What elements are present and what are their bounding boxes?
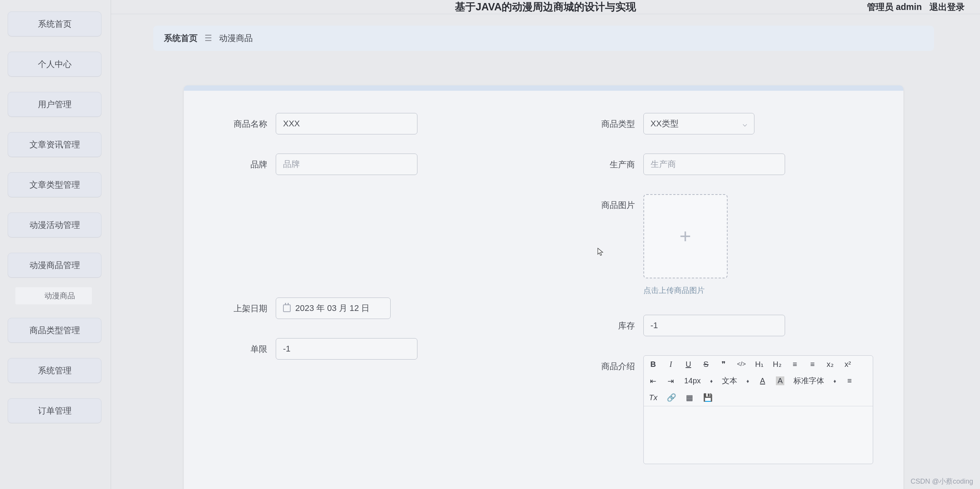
bg-color-icon[interactable]: A (776, 376, 784, 385)
image-icon[interactable]: ▦ (686, 393, 694, 402)
sidebar-item-label: 文章类型管理 (29, 179, 80, 191)
sidebar-item-label: 系统首页 (38, 18, 72, 30)
manufacturer-label: 生产商 (567, 154, 643, 170)
sidebar-item-articles[interactable]: 文章资讯管理 (8, 132, 101, 157)
description-label: 商品介绍 (567, 355, 643, 372)
product-name-input[interactable] (276, 113, 417, 134)
single-limit-input[interactable] (276, 338, 417, 360)
product-type-value: XX类型 (651, 118, 679, 129)
caret-icon: ♦ (710, 378, 713, 384)
subscript-icon[interactable]: x₂ (826, 360, 834, 369)
strike-icon[interactable]: S (702, 360, 710, 369)
sidebar-item-system[interactable]: 系统管理 (8, 358, 101, 383)
breadcrumb-separator-icon: ☰ (205, 33, 212, 43)
italic-icon[interactable]: I (667, 360, 675, 369)
superscript-icon[interactable]: x² (844, 360, 852, 369)
link-icon[interactable]: 🔗 (667, 393, 676, 402)
bold-icon[interactable]: B (649, 360, 658, 369)
unordered-list-icon[interactable]: ≡ (808, 360, 817, 369)
save-icon[interactable]: 💾 (703, 393, 713, 402)
sidebar-item-orders[interactable]: 订单管理 (8, 398, 101, 423)
sidebar: 系统首页 个人中心 用户管理 文章资讯管理 文章类型管理 动漫活动管理 动漫商品… (0, 0, 111, 489)
sidebar-item-label: 文章资讯管理 (29, 139, 80, 150)
product-name-label: 商品名称 (199, 113, 276, 130)
sidebar-sub-label: 动漫商品 (44, 291, 75, 301)
upload-hint: 点击上传商品图片 (643, 285, 728, 296)
chevron-down-icon: ⌵ (743, 119, 747, 128)
manufacturer-input[interactable] (643, 154, 785, 175)
breadcrumb: 系统首页 ☰ 动漫商品 (153, 26, 934, 51)
watermark: CSDN @小蔡coding (911, 477, 973, 486)
sidebar-item-home[interactable]: 系统首页 (8, 11, 101, 36)
sidebar-item-label: 动漫活动管理 (29, 219, 80, 231)
editor-body[interactable] (644, 406, 873, 464)
breadcrumb-home[interactable]: 系统首页 (164, 33, 198, 43)
h2-icon[interactable]: H₂ (773, 360, 781, 369)
sidebar-item-label: 订单管理 (38, 405, 72, 417)
listing-date-label: 上架日期 (199, 298, 276, 314)
h1-icon[interactable]: H₁ (755, 360, 764, 369)
sidebar-item-label: 个人中心 (38, 59, 72, 70)
font-family-select[interactable]: 标准字体♦ (793, 376, 836, 386)
product-type-label: 商品类型 (567, 113, 643, 130)
sidebar-sub-item-anime-products[interactable]: 动漫商品 (15, 287, 92, 304)
product-image-label: 商品图片 (567, 194, 643, 211)
sidebar-item-label: 系统管理 (38, 365, 72, 376)
sidebar-item-product-types[interactable]: 商品类型管理 (8, 318, 101, 343)
brand-label: 品牌 (199, 154, 276, 170)
stock-label: 库存 (567, 315, 643, 332)
indent-icon[interactable]: ⇥ (667, 376, 675, 386)
brand-input[interactable] (276, 154, 417, 175)
sidebar-item-label: 用户管理 (38, 99, 72, 110)
sidebar-item-label: 商品类型管理 (29, 325, 80, 336)
content: 系统首页 ☰ 动漫商品 商品名称 品牌 (111, 14, 980, 489)
sidebar-item-users[interactable]: 用户管理 (8, 92, 101, 117)
single-limit-label: 单限 (199, 338, 276, 355)
code-icon[interactable]: </> (737, 361, 746, 368)
font-color-icon[interactable]: A (758, 376, 767, 385)
page-title: 基于JAVA的动漫周边商城的设计与实现 (455, 0, 636, 14)
listing-date-value: 2023 年 03 月 12 日 (295, 303, 370, 314)
underline-icon[interactable]: U (684, 360, 693, 369)
breadcrumb-current: 动漫商品 (219, 33, 253, 43)
sidebar-item-activities[interactable]: 动漫活动管理 (8, 213, 101, 237)
text-style-select[interactable]: 文本♦ (722, 376, 749, 386)
font-size-select[interactable]: 14px♦ (684, 376, 713, 385)
outdent-icon[interactable]: ⇤ (649, 376, 658, 386)
editor-toolbar: B I U S ❞ </> H₁ H₂ ≡ ≡ (644, 356, 873, 406)
ordered-list-icon[interactable]: ≡ (791, 360, 799, 369)
listing-date-picker[interactable]: 2023 年 03 月 12 日 (276, 298, 391, 319)
logout-link[interactable]: 退出登录 (929, 1, 965, 13)
quote-icon[interactable]: ❞ (720, 360, 728, 369)
caret-icon: ♦ (746, 378, 749, 384)
caret-icon: ♦ (833, 378, 836, 384)
stock-input[interactable] (643, 315, 785, 336)
plus-icon: + (679, 225, 691, 248)
sidebar-item-article-types[interactable]: 文章类型管理 (8, 172, 101, 197)
main: 基于JAVA的动漫周边商城的设计与实现 管理员 admin 退出登录 系统首页 … (111, 0, 980, 489)
sidebar-item-profile[interactable]: 个人中心 (8, 52, 101, 77)
form-panel: 商品名称 品牌 上架日期 2023 年 03 月 12 日 (184, 85, 903, 489)
user-label[interactable]: 管理员 admin (867, 1, 922, 13)
sidebar-item-products[interactable]: 动漫商品管理 (8, 253, 101, 278)
sidebar-item-label: 动漫商品管理 (29, 260, 80, 271)
clear-format-icon[interactable]: Tx (649, 393, 658, 402)
calendar-icon (283, 304, 291, 312)
align-icon[interactable]: ≡ (845, 376, 854, 385)
product-type-select[interactable]: XX类型 ⌵ (643, 113, 754, 134)
image-uploader[interactable]: + (643, 194, 728, 278)
rich-text-editor: B I U S ❞ </> H₁ H₂ ≡ ≡ (643, 355, 873, 464)
topbar: 基于JAVA的动漫周边商城的设计与实现 管理员 admin 退出登录 (111, 0, 980, 14)
